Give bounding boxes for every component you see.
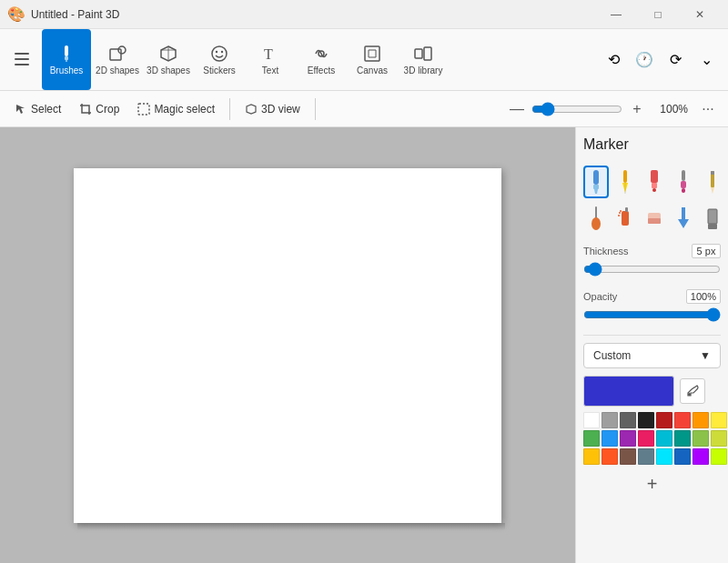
color-cell[interactable] bbox=[583, 448, 600, 465]
text-icon: T bbox=[260, 44, 280, 64]
color-cell[interactable] bbox=[602, 448, 618, 465]
brush-watercolor[interactable] bbox=[671, 166, 696, 198]
ribbon-effects-button[interactable]: Effects bbox=[297, 29, 346, 90]
ribbon-stickers-button[interactable]: Stickers bbox=[195, 29, 244, 90]
add-color-button[interactable]: + bbox=[583, 470, 721, 498]
brush-pencil[interactable] bbox=[700, 166, 725, 198]
ribbon-chevron-button[interactable]: ⌄ bbox=[692, 45, 721, 75]
minimize-button[interactable]: — bbox=[595, 0, 637, 29]
brush-oil[interactable] bbox=[583, 202, 609, 235]
brush-marker[interactable] bbox=[642, 166, 667, 198]
svg-rect-6 bbox=[110, 49, 121, 60]
3dview-label: 3D view bbox=[261, 103, 300, 116]
ribbon-brushes-button[interactable]: Brushes bbox=[42, 29, 91, 90]
magic-select-label: Magic select bbox=[154, 103, 215, 116]
thickness-slider[interactable] bbox=[583, 262, 721, 276]
color-cell[interactable] bbox=[693, 430, 709, 447]
svg-rect-15 bbox=[424, 47, 431, 60]
svg-point-10 bbox=[221, 51, 223, 53]
color-cell[interactable] bbox=[656, 430, 672, 447]
color-cell[interactable] bbox=[620, 412, 636, 428]
ribbon-2dshapes-button[interactable]: 2D shapes bbox=[93, 29, 142, 90]
eraser-icon bbox=[645, 206, 663, 231]
color-cell[interactable] bbox=[602, 412, 618, 428]
brush-fill[interactable] bbox=[671, 202, 696, 235]
svg-point-36 bbox=[619, 212, 621, 214]
toolbar-separator-2 bbox=[315, 98, 316, 120]
svg-rect-32 bbox=[595, 206, 597, 219]
undo-redo-area: ⟲ 🕐 ⟳ ⌄ bbox=[599, 29, 724, 90]
color-cell[interactable] bbox=[583, 412, 600, 428]
color-cell[interactable] bbox=[638, 412, 654, 428]
brush-ink[interactable] bbox=[612, 166, 638, 198]
svg-rect-30 bbox=[711, 171, 714, 175]
svg-rect-4 bbox=[65, 56, 68, 60]
color-cell[interactable] bbox=[711, 412, 727, 428]
brush-eraser[interactable] bbox=[642, 202, 667, 235]
brush-custom[interactable] bbox=[700, 202, 725, 235]
zoom-plus-button[interactable]: + bbox=[626, 98, 648, 120]
svg-rect-40 bbox=[648, 218, 661, 224]
color-cell[interactable] bbox=[620, 430, 636, 447]
ribbon-3dshapes-button[interactable]: 3D shapes bbox=[144, 29, 193, 90]
svg-text:T: T bbox=[264, 46, 273, 62]
brush-calligraphy[interactable] bbox=[583, 166, 609, 198]
svg-point-38 bbox=[620, 210, 622, 212]
opacity-slider[interactable] bbox=[583, 307, 721, 322]
color-cell[interactable] bbox=[638, 430, 654, 447]
3d-library-icon bbox=[413, 44, 433, 64]
color-cell[interactable] bbox=[674, 430, 691, 447]
svg-rect-3 bbox=[65, 45, 68, 56]
3d-view-button[interactable]: 3D view bbox=[238, 99, 308, 119]
svg-rect-5 bbox=[66, 60, 67, 62]
color-cell[interactable] bbox=[693, 412, 709, 428]
eyedropper-button[interactable] bbox=[680, 378, 705, 404]
svg-rect-26 bbox=[682, 170, 685, 181]
menu-icon bbox=[13, 50, 31, 68]
ribbon-menu-button[interactable] bbox=[4, 29, 40, 90]
svg-rect-1 bbox=[15, 58, 29, 60]
zoom-minus-button[interactable]: — bbox=[506, 98, 528, 120]
color-cell[interactable] bbox=[602, 430, 618, 447]
color-cell[interactable] bbox=[638, 448, 654, 465]
redo-button[interactable]: ⟳ bbox=[661, 45, 690, 75]
svg-rect-34 bbox=[622, 211, 629, 226]
app-icon: 🎨 bbox=[7, 5, 25, 23]
zoom-slider[interactable] bbox=[531, 102, 622, 116]
color-cell[interactable] bbox=[711, 448, 727, 465]
color-cell[interactable] bbox=[656, 412, 672, 428]
ribbon-text-button[interactable]: T Text bbox=[246, 29, 295, 90]
more-options-button[interactable]: ··· bbox=[695, 96, 721, 122]
calligraphy-icon bbox=[587, 169, 605, 195]
stickers-label: Stickers bbox=[203, 65, 236, 75]
color-cell[interactable] bbox=[620, 448, 636, 465]
color-cell[interactable] bbox=[711, 430, 727, 447]
color-cell[interactable] bbox=[583, 430, 600, 447]
svg-rect-20 bbox=[623, 170, 627, 183]
current-color-swatch[interactable] bbox=[583, 376, 674, 407]
main-area: Marker bbox=[0, 127, 728, 563]
custom-dropdown-button[interactable]: Custom ▼ bbox=[583, 343, 721, 368]
brush-spray[interactable] bbox=[612, 202, 638, 235]
current-color-row bbox=[583, 376, 721, 407]
magic-select-button[interactable]: Magic select bbox=[130, 99, 222, 119]
history-button[interactable]: 🕐 bbox=[630, 45, 659, 75]
select-button[interactable]: Select bbox=[7, 99, 68, 119]
ribbon-canvas-button[interactable]: Canvas bbox=[348, 29, 397, 90]
svg-rect-14 bbox=[415, 49, 422, 58]
svg-point-8 bbox=[212, 46, 227, 61]
ribbon: Brushes 2D shapes 3D shapes Stickers T bbox=[0, 29, 728, 91]
secondary-toolbar: Select Crop Magic select 3D view — + 100… bbox=[0, 91, 728, 127]
color-cell[interactable] bbox=[656, 448, 672, 465]
color-cell[interactable] bbox=[674, 412, 691, 428]
ribbon-3dlibrary-button[interactable]: 3D library bbox=[399, 29, 448, 90]
undo-button[interactable]: ⟲ bbox=[599, 45, 628, 75]
canvas-area[interactable] bbox=[0, 127, 575, 563]
close-button[interactable]: ✕ bbox=[679, 0, 721, 29]
maximize-button[interactable]: □ bbox=[637, 0, 679, 29]
thickness-value: 5 px bbox=[692, 244, 721, 258]
crop-button[interactable]: Crop bbox=[72, 99, 126, 119]
color-cell[interactable] bbox=[693, 448, 709, 465]
color-cell[interactable] bbox=[674, 448, 691, 465]
drawing-canvas[interactable] bbox=[74, 168, 501, 523]
